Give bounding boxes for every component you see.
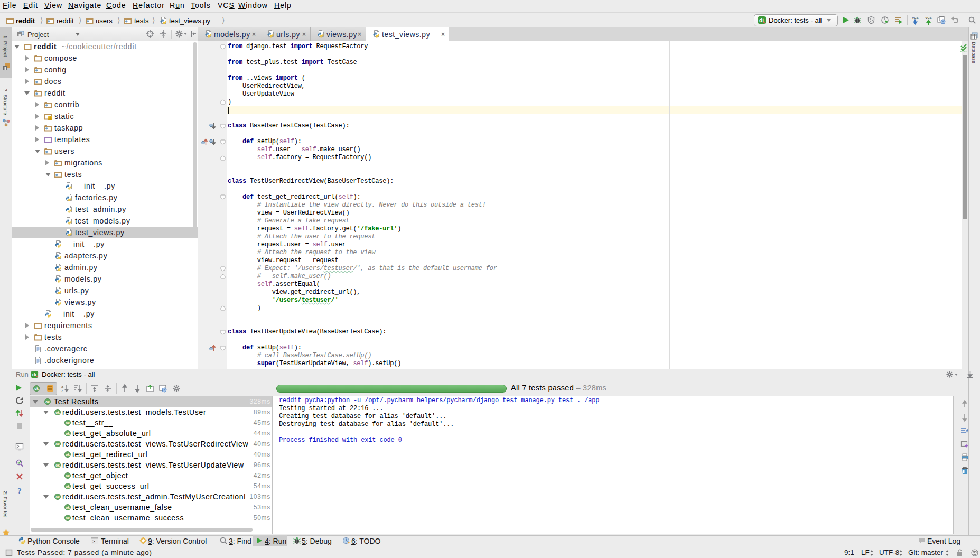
svg-text:z: z bbox=[61, 389, 63, 393]
svg-text:>_: >_ bbox=[92, 539, 98, 544]
svg-text:?: ? bbox=[17, 487, 22, 495]
svg-text:a: a bbox=[61, 385, 63, 388]
svg-text:VCS: VCS bbox=[925, 16, 931, 20]
svg-text:VCS: VCS bbox=[912, 16, 918, 20]
